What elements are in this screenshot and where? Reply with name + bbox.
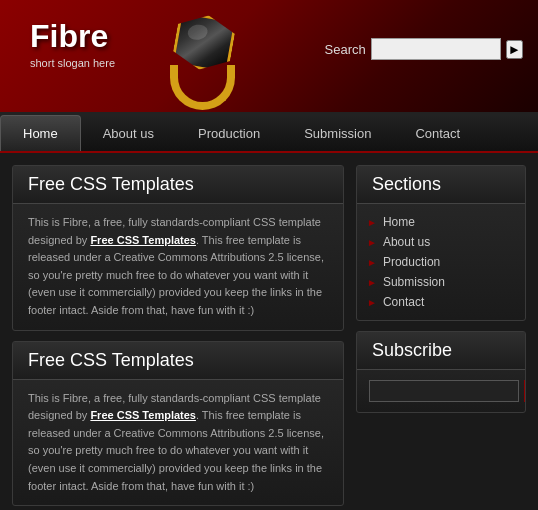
search-bar: Search ►	[325, 38, 523, 60]
subscribe-box: Subscribe ►	[356, 331, 526, 413]
section-item-about[interactable]: ► About us	[367, 232, 515, 252]
subscribe-body: ►	[357, 370, 525, 412]
section-label-home: Home	[383, 215, 415, 229]
nav-item-contact[interactable]: Contact	[393, 115, 482, 151]
nav-item-about[interactable]: About us	[81, 115, 176, 151]
right-column: Sections ► Home ► About us ► Production …	[356, 165, 526, 506]
nav-item-production[interactable]: Production	[176, 115, 282, 151]
search-input[interactable]	[371, 38, 501, 60]
sections-box: Sections ► Home ► About us ► Production …	[356, 165, 526, 321]
sections-title: Sections	[372, 174, 510, 195]
arrow-icon: ►	[367, 237, 377, 248]
section-item-submission[interactable]: ► Submission	[367, 272, 515, 292]
nav-item-submission[interactable]: Submission	[282, 115, 393, 151]
sections-header: Sections	[357, 166, 525, 204]
box2-text2: . This free template is released under a…	[28, 409, 324, 491]
arrow-icon: ►	[367, 277, 377, 288]
content-box-1: Free CSS Templates This is Fibre, a free…	[12, 165, 344, 331]
arrow-icon: ►	[367, 217, 377, 228]
ring-decoration	[155, 5, 260, 110]
section-label-contact: Contact	[383, 295, 424, 309]
search-button[interactable]: ►	[506, 40, 523, 59]
content-wrapper: Free CSS Templates This is Fibre, a free…	[0, 153, 538, 510]
content-box-1-body: This is Fibre, a free, fully standards-c…	[13, 204, 343, 330]
left-column: Free CSS Templates This is Fibre, a free…	[12, 165, 344, 506]
section-item-production[interactable]: ► Production	[367, 252, 515, 272]
logo-slogan: short slogan here	[30, 57, 115, 69]
header: Fibre short slogan here Search ►	[0, 0, 538, 115]
content-box-2: Free CSS Templates This is Fibre, a free…	[12, 341, 344, 507]
nav-item-home[interactable]: Home	[0, 115, 81, 151]
content-box-2-body: This is Fibre, a free, fully standards-c…	[13, 380, 343, 506]
subscribe-header: Subscribe	[357, 332, 525, 370]
section-label-production: Production	[383, 255, 440, 269]
subscribe-title: Subscribe	[372, 340, 510, 361]
section-label-about: About us	[383, 235, 430, 249]
content-box-2-title: Free CSS Templates	[28, 350, 328, 371]
box1-link1[interactable]: Free CSS Templates	[90, 234, 196, 246]
section-item-home[interactable]: ► Home	[367, 212, 515, 232]
ring-band	[170, 65, 235, 110]
content-box-1-header: Free CSS Templates	[13, 166, 343, 204]
box2-link1[interactable]: Free CSS Templates	[90, 409, 196, 421]
arrow-icon: ►	[367, 297, 377, 308]
logo: Fibre short slogan here	[30, 18, 115, 69]
sections-list: ► Home ► About us ► Production ► Submiss…	[357, 204, 525, 320]
search-label: Search	[325, 42, 366, 57]
main-nav: Home About us Production Submission Cont…	[0, 115, 538, 153]
content-box-1-title: Free CSS Templates	[28, 174, 328, 195]
subscribe-input[interactable]	[369, 380, 519, 402]
section-label-submission: Submission	[383, 275, 445, 289]
content-box-2-header: Free CSS Templates	[13, 342, 343, 380]
arrow-icon: ►	[367, 257, 377, 268]
subscribe-button[interactable]: ►	[524, 380, 526, 402]
section-item-contact[interactable]: ► Contact	[367, 292, 515, 312]
logo-title: Fibre	[30, 18, 115, 55]
